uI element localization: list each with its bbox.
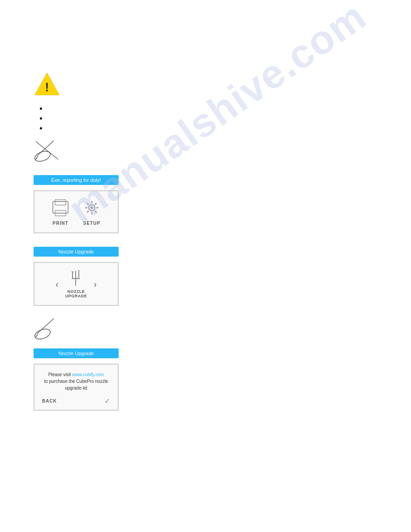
svg-line-30 bbox=[37, 333, 38, 335]
pen-icon-2 bbox=[34, 317, 377, 339]
device-header: Eve, reporting for duty! bbox=[34, 175, 119, 185]
svg-point-12 bbox=[90, 206, 93, 209]
right-arrow[interactable]: › bbox=[94, 279, 97, 289]
setup-button[interactable]: SETUP bbox=[81, 198, 103, 226]
svg-line-7 bbox=[36, 142, 58, 159]
print-button[interactable]: PRINT bbox=[49, 198, 72, 226]
device-section: Eve, reporting for duty! PRINT bbox=[34, 175, 377, 233]
svg-line-32 bbox=[36, 335, 37, 337]
check-button[interactable]: ✓ bbox=[104, 397, 110, 405]
nozzle-section: Nozzle Upgrade ‹ bbox=[34, 247, 377, 306]
pen-icon-1 bbox=[34, 139, 377, 162]
nozzle-label: NOZZLE UPGRADE bbox=[65, 289, 87, 298]
svg-line-17 bbox=[87, 203, 89, 205]
svg-rect-9 bbox=[55, 200, 66, 205]
warning-bullet-list bbox=[47, 104, 377, 130]
warning-icon: ! bbox=[34, 72, 60, 96]
print-label: PRINT bbox=[53, 221, 68, 226]
svg-line-3 bbox=[51, 141, 54, 143]
svg-line-4 bbox=[37, 155, 38, 157]
back-button[interactable]: BACK bbox=[42, 399, 57, 403]
final-header: Nozzle Upgrade bbox=[34, 348, 119, 358]
svg-line-19 bbox=[95, 203, 97, 205]
svg-text:!: ! bbox=[45, 80, 49, 94]
device-screen: PRINT bbox=[34, 190, 119, 233]
bullet-item-2 bbox=[47, 114, 377, 120]
svg-line-29 bbox=[51, 318, 54, 321]
text-before-link: Please visit bbox=[48, 372, 72, 377]
nozzle-screen: ‹ bbox=[34, 262, 119, 306]
nozzle-icon-container: NOZZLE UPGRADE bbox=[65, 270, 87, 298]
left-arrow[interactable]: ‹ bbox=[56, 279, 59, 289]
svg-line-20 bbox=[87, 211, 89, 213]
svg-line-6 bbox=[36, 157, 37, 159]
svg-line-28 bbox=[38, 321, 51, 333]
final-section: Nozzle Upgrade Please visit www.cubify.c… bbox=[34, 348, 377, 411]
setup-label: SETUP bbox=[83, 221, 100, 226]
final-actions: BACK ✓ bbox=[40, 397, 112, 405]
final-text: Please visit www.cubify.com to purchase … bbox=[40, 371, 112, 391]
warning-section: ! bbox=[34, 72, 377, 162]
svg-line-18 bbox=[95, 211, 97, 213]
nozzle-header: Nozzle Upgrade bbox=[34, 247, 119, 257]
bullet-item-1 bbox=[47, 104, 377, 111]
cubify-link[interactable]: www.cubify.com bbox=[72, 372, 104, 377]
bullet-item-3 bbox=[47, 124, 377, 130]
text-after-link: to purchase the CubePro nozzleupgrade ki… bbox=[44, 379, 108, 390]
final-screen: Please visit www.cubify.com to purchase … bbox=[34, 364, 119, 411]
